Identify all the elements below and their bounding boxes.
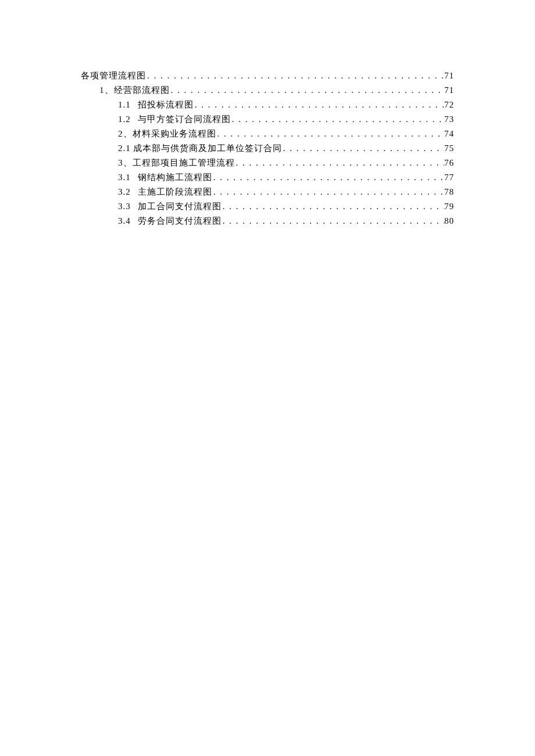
toc-leader-dots — [170, 83, 445, 98]
toc-text: 材料采购业务流程图 — [133, 129, 216, 138]
toc-title: 3.1钢结构施工流程图 — [118, 170, 212, 185]
toc-entry: 3.1钢结构施工流程图77 — [81, 170, 454, 185]
toc-text: 主施工阶段流程图 — [138, 187, 212, 196]
toc-leader-dots — [282, 141, 444, 156]
toc-page-number: 79 — [444, 199, 454, 214]
toc-entry: 2.1成本部与供货商及加工单位签订合同75 — [81, 141, 454, 156]
toc-text: 经营部流程图 — [114, 85, 170, 95]
toc-leader-dots — [222, 214, 444, 228]
toc-entry: 1.1招投标流程图72 — [81, 98, 454, 112]
toc-prefix: 3.3 — [118, 199, 131, 214]
toc-prefix: 1.2 — [118, 112, 131, 127]
toc-page-number: 80 — [444, 214, 454, 228]
toc-title: 1.1招投标流程图 — [118, 98, 194, 112]
toc-leader-dots — [146, 69, 444, 83]
toc-text: 工程部项目施工管理流程 — [133, 158, 235, 167]
toc-prefix: 3.2 — [118, 185, 131, 199]
toc-leader-dots — [212, 185, 444, 199]
toc-page-number: 71 — [444, 69, 454, 83]
toc-entry: 3、工程部项目施工管理流程76 — [81, 156, 454, 170]
toc-entry: 1、经营部流程图71 — [81, 83, 454, 98]
toc-entry: 2、材料采购业务流程图74 — [81, 127, 454, 141]
toc-title: 2、材料采购业务流程图 — [118, 127, 216, 141]
toc-page-number: 76 — [444, 156, 454, 170]
toc-prefix: 3、 — [118, 156, 133, 170]
toc-title: 各项管理流程图 — [81, 69, 146, 83]
toc-prefix: 2.1 — [118, 141, 131, 156]
toc-text: 劳务合同支付流程图 — [138, 216, 222, 225]
toc-title: 3、工程部项目施工管理流程 — [118, 156, 235, 170]
toc-page-number: 78 — [444, 185, 454, 199]
toc-page-number: 73 — [444, 112, 454, 127]
toc-entry: 各项管理流程图71 — [81, 69, 454, 83]
toc-text: 各项管理流程图 — [81, 71, 146, 80]
toc-page-number: 71 — [444, 83, 454, 98]
toc-entry: 3.2主施工阶段流程图78 — [81, 185, 454, 199]
toc-title: 3.4劳务合同支付流程图 — [118, 214, 222, 228]
toc-leader-dots — [194, 98, 444, 112]
toc-page-number: 75 — [444, 141, 454, 156]
toc-title: 1.2与甲方签订合同流程图 — [118, 112, 231, 127]
toc-entry: 3.4劳务合同支付流程图80 — [81, 214, 454, 228]
toc-prefix: 1.1 — [118, 98, 131, 112]
toc-page-number: 72 — [444, 98, 454, 112]
toc-title: 3.3加工合同支付流程图 — [118, 199, 222, 214]
toc-text: 钢结构施工流程图 — [138, 173, 212, 182]
toc-text: 加工合同支付流程图 — [138, 202, 222, 211]
toc-title: 3.2主施工阶段流程图 — [118, 185, 212, 199]
toc-entry: 3.3加工合同支付流程图79 — [81, 199, 454, 214]
toc-text: 与甲方签订合同流程图 — [138, 114, 231, 124]
toc-page-number: 74 — [444, 127, 454, 141]
toc-leader-dots — [222, 199, 444, 214]
toc-leader-dots — [216, 127, 445, 141]
toc-text: 招投标流程图 — [138, 100, 194, 109]
toc-prefix: 3.1 — [118, 170, 131, 185]
toc-prefix: 2、 — [118, 127, 133, 141]
toc-leader-dots — [212, 170, 444, 185]
toc-title: 1、经营部流程图 — [99, 83, 170, 98]
toc-prefix: 1、 — [99, 83, 114, 98]
toc-page-number: 77 — [444, 170, 454, 185]
toc-text: 成本部与供货商及加工单位签订合同 — [133, 144, 282, 153]
toc-leader-dots — [235, 156, 445, 170]
table-of-contents: 各项管理流程图711、经营部流程图711.1招投标流程图721.2与甲方签订合同… — [81, 69, 454, 228]
toc-leader-dots — [231, 112, 444, 127]
toc-entry: 1.2与甲方签订合同流程图73 — [81, 112, 454, 127]
toc-prefix: 3.4 — [118, 214, 131, 228]
toc-title: 2.1成本部与供货商及加工单位签订合同 — [118, 141, 282, 156]
